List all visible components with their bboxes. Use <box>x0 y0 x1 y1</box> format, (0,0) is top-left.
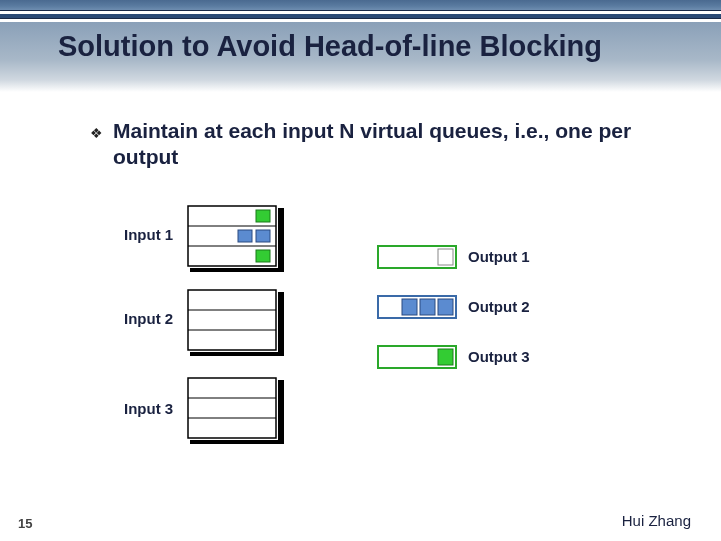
header-rule-1 <box>0 10 721 11</box>
svg-rect-23 <box>420 299 435 315</box>
slide: Solution to Avoid Head-of-line Blocking … <box>0 0 721 541</box>
svg-rect-25 <box>378 346 456 368</box>
svg-rect-7 <box>238 230 252 242</box>
output2-label: Output 2 <box>468 298 530 315</box>
svg-rect-0 <box>188 206 276 266</box>
svg-rect-13 <box>190 352 284 356</box>
svg-rect-20 <box>438 249 453 265</box>
svg-rect-18 <box>190 440 284 444</box>
author-credit: Hui Zhang <box>622 512 691 529</box>
bullet-text: Maintain at each input N virtual queues,… <box>113 118 680 171</box>
svg-rect-21 <box>378 296 456 318</box>
bullet-icon: ❖ <box>90 121 103 145</box>
output2-group <box>378 296 456 318</box>
output1-group <box>378 246 456 268</box>
svg-rect-8 <box>256 250 270 262</box>
svg-rect-6 <box>256 230 270 242</box>
input3-group <box>188 378 284 444</box>
slide-title: Solution to Avoid Head-of-line Blocking <box>58 30 698 63</box>
input2-group <box>188 290 284 356</box>
svg-rect-5 <box>256 210 270 222</box>
slide-number: 15 <box>18 516 32 531</box>
input1-group <box>188 206 284 272</box>
bullet-row: ❖ Maintain at each input N virtual queue… <box>90 118 680 171</box>
svg-rect-17 <box>278 380 284 440</box>
svg-rect-19 <box>378 246 456 268</box>
svg-rect-26 <box>438 349 453 365</box>
svg-rect-9 <box>188 290 276 350</box>
input2-label: Input 2 <box>124 310 173 327</box>
svg-rect-4 <box>190 268 284 272</box>
svg-rect-3 <box>278 208 284 268</box>
input3-label: Input 3 <box>124 400 173 417</box>
svg-rect-22 <box>402 299 417 315</box>
output3-label: Output 3 <box>468 348 530 365</box>
svg-rect-14 <box>188 378 276 438</box>
svg-rect-24 <box>438 299 453 315</box>
svg-rect-12 <box>278 292 284 352</box>
output3-group <box>378 346 456 368</box>
header-rule-2 <box>0 18 721 19</box>
input1-label: Input 1 <box>124 226 173 243</box>
output1-label: Output 1 <box>468 248 530 265</box>
